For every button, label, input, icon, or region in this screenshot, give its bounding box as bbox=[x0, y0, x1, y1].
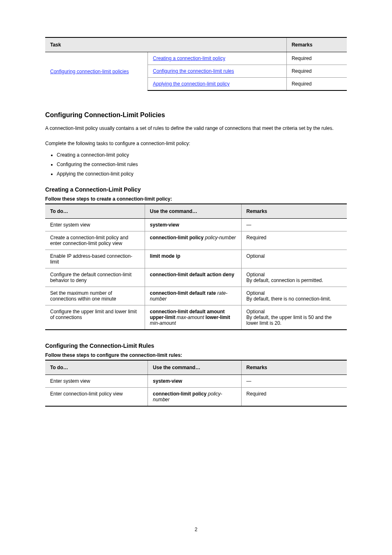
col-header-command: Use the command… bbox=[145, 204, 241, 219]
section-lead-paragraph: A connection-limit policy usually contai… bbox=[45, 125, 347, 132]
command-cell: connection-limit default rate rate-numbe… bbox=[145, 287, 241, 305]
col-header-remarks: Remarks bbox=[241, 360, 347, 375]
todo-cell: Enter system view bbox=[45, 218, 145, 231]
creating-policy-link[interactable]: Creating a connection-limit policy bbox=[153, 56, 225, 61]
table2-caption: Follow these steps to create a connectio… bbox=[45, 196, 347, 202]
task-group-cell: Configuring connection-limit policies bbox=[45, 52, 148, 91]
table-row: Enter system view system-view — bbox=[45, 375, 347, 387]
table-row: Configuring connection-limit policies Cr… bbox=[45, 52, 347, 65]
remarks-cell: OptionalBy default, connection is permit… bbox=[241, 268, 347, 287]
task-cell: Creating a connection-limit policy bbox=[148, 52, 287, 65]
command-cell: connection-limit default amount upper-li… bbox=[145, 305, 241, 330]
subsection-creating-policy-heading: Creating a Connection-Limit Policy bbox=[45, 186, 347, 193]
list-item: Applying the connection-limit policy bbox=[57, 169, 347, 179]
table-row: Enter system view system-view — bbox=[45, 218, 347, 231]
task-remarks-table: Task Remarks Configuring connection-limi… bbox=[45, 37, 347, 91]
col-header-command: Use the command… bbox=[148, 360, 242, 375]
remarks-cell: Optional bbox=[241, 250, 347, 268]
steps-table-create-policy: To do… Use the command… Remarks Enter sy… bbox=[45, 204, 347, 330]
remarks-cell: — bbox=[241, 375, 347, 387]
remarks-cell: Required bbox=[241, 231, 347, 250]
table3-caption: Follow these steps to configure the conn… bbox=[45, 352, 347, 358]
remarks-cell: Required bbox=[286, 78, 347, 91]
col-header-remarks: Remarks bbox=[241, 204, 347, 219]
remarks-cell: Required bbox=[286, 65, 347, 78]
configuring-policies-link[interactable]: Configuring connection-limit policies bbox=[50, 69, 129, 74]
remarks-cell: OptionalBy default, there is no connecti… bbox=[241, 287, 347, 305]
command-cell: limit mode ip bbox=[145, 250, 241, 268]
list-item: Creating a connection-limit policy bbox=[57, 150, 347, 160]
page: Task Remarks Configuring connection-limi… bbox=[0, 0, 392, 555]
section-configuring-policies-heading: Configuring Connection-Limit Policies bbox=[45, 111, 347, 119]
page-number: 2 bbox=[195, 527, 198, 532]
command-cell: system-view bbox=[145, 218, 241, 231]
command-text: system-view bbox=[153, 378, 182, 384]
todo-cell: Configure the default connection-limit b… bbox=[45, 268, 145, 287]
subsection-configuring-rules-heading: Configuring the Connection-Limit Rules bbox=[45, 342, 347, 349]
todo-cell: Enter system view bbox=[45, 375, 148, 387]
remarks-cell: Required bbox=[241, 387, 347, 406]
command-cell: connection-limit default action deny bbox=[145, 268, 241, 287]
command-cell: connection-limit policy policy-number bbox=[145, 231, 241, 250]
list-item: Configuring the connection-limit rules bbox=[57, 160, 347, 169]
col-header-todo: To do… bbox=[45, 360, 148, 375]
task-bullet-list: Creating a connection-limit policy Confi… bbox=[57, 150, 347, 178]
table-row: Enable IP address-based connection-limit… bbox=[45, 250, 347, 268]
todo-cell: Configure the upper limit and lower limi… bbox=[45, 305, 145, 330]
table-row: Configure the default connection-limit b… bbox=[45, 268, 347, 287]
remarks-cell: — bbox=[241, 218, 347, 231]
todo-cell: Enter connection-limit policy view bbox=[45, 387, 148, 406]
col-header-todo: To do… bbox=[45, 204, 145, 219]
todo-cell: Set the maximum number of connections wi… bbox=[45, 287, 145, 305]
table-row: Enter connection-limit policy view conne… bbox=[45, 387, 347, 406]
command-cell: connection-limit policy policy-number bbox=[148, 387, 242, 406]
table-header-row: Task Remarks bbox=[45, 37, 347, 52]
list-intro-paragraph: Complete the following tasks to configur… bbox=[45, 140, 347, 148]
table-header-remarks: Remarks bbox=[286, 37, 347, 52]
command-cell: system-view bbox=[148, 375, 242, 387]
task-cell: Applying the connection-limit policy bbox=[148, 78, 287, 91]
command-text: system-view bbox=[150, 222, 179, 228]
todo-cell: Enable IP address-based connection-limit bbox=[45, 250, 145, 268]
steps-table-configure-rules: To do… Use the command… Remarks Enter sy… bbox=[45, 360, 347, 407]
remarks-cell: OptionalBy default, the upper limit is 5… bbox=[241, 305, 347, 330]
remarks-cell: Required bbox=[286, 52, 347, 65]
task-cell: Configuring the connection-limit rules bbox=[148, 65, 287, 78]
configuring-rules-link[interactable]: Configuring the connection-limit rules bbox=[153, 68, 234, 74]
table-header-row: To do… Use the command… Remarks bbox=[45, 204, 347, 219]
table-row: Set the maximum number of connections wi… bbox=[45, 287, 347, 305]
table-row: Create a connection-limit policy and ent… bbox=[45, 231, 347, 250]
table-header-row: To do… Use the command… Remarks bbox=[45, 360, 347, 375]
table-row: Configure the upper limit and lower limi… bbox=[45, 305, 347, 330]
todo-cell: Create a connection-limit policy and ent… bbox=[45, 231, 145, 250]
applying-policy-link[interactable]: Applying the connection-limit policy bbox=[153, 81, 230, 87]
table-header-task: Task bbox=[45, 37, 286, 52]
